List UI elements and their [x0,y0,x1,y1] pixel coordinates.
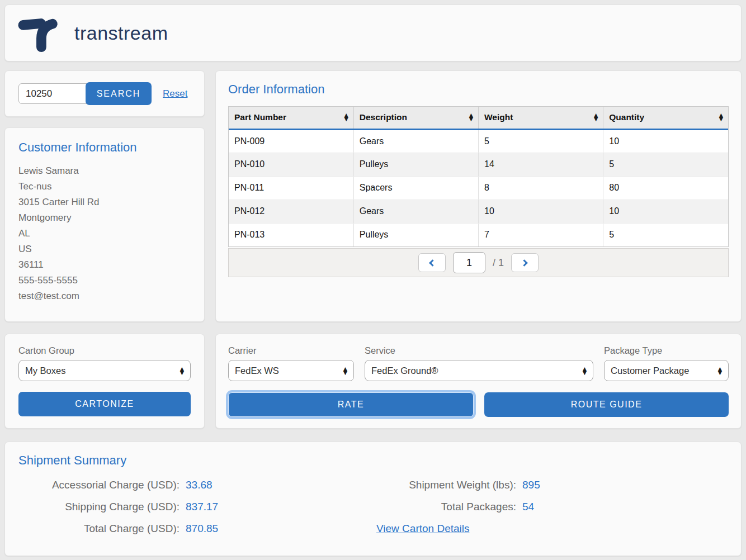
total-charge-label: Total Charge (USD): [18,523,180,535]
chevron-updown-icon [180,367,184,374]
cartonize-button[interactable]: CARTONIZE [18,392,191,416]
sort-icon[interactable] [344,113,348,121]
next-page-button[interactable] [511,253,539,272]
rating-panel: Carrier FedEx WS Service FedEx Ground® P… [215,334,742,429]
service-select[interactable]: FedEx Ground® [365,360,593,381]
shipment-weight-value: 895 [522,479,540,491]
customer-phone: 555-555-5555 [18,273,191,288]
shipping-charge-value: 837.17 [186,501,218,513]
carrier-label: Carrier [228,345,354,356]
chevron-right-icon [521,259,528,267]
total-packages-label: Total Packages: [376,501,516,513]
order-information-title: Order Information [228,82,729,97]
customer-company: Tec-nus [18,179,191,194]
sort-icon[interactable] [594,113,598,121]
transtream-logo-icon [17,12,59,54]
package-type-label: Package Type [604,345,729,356]
view-carton-details-link[interactable]: View Carton Details [376,523,470,535]
column-header-quantity[interactable]: Quantity [603,107,728,129]
column-header-description[interactable]: Description [353,107,478,129]
shipping-charge-label: Shipping Charge (USD): [18,501,180,513]
column-header-weight[interactable]: Weight [479,107,603,129]
order-items-table: Part Number Description Weight Quan [228,106,729,247]
rate-button[interactable]: RATE [228,392,474,417]
app-header: transtream [4,4,742,61]
shipment-summary-panel: Shipment Summary Accessorial Charge (USD… [4,442,742,556]
total-packages-value: 54 [522,501,534,513]
chevron-updown-icon [718,367,722,374]
total-charge-value: 870.85 [186,523,218,535]
customer-country: US [18,241,191,257]
shipment-weight-label: Shipment Weight (lbs): [376,479,516,491]
shipment-summary-title: Shipment Summary [18,453,728,468]
customer-information-title: Customer Information [18,140,191,155]
carton-group-panel: Carton Group My Boxes CARTONIZE [4,334,205,429]
chevron-updown-icon [583,367,587,374]
carrier-select[interactable]: FedEx WS [228,360,354,381]
table-row: PN-011 Spacers 8 80 [229,176,728,200]
carton-group-label: Carton Group [18,345,191,356]
reset-link[interactable]: Reset [163,88,187,99]
search-button[interactable]: SEARCH [86,82,152,105]
customer-street: 3015 Carter Hill Rd [18,194,191,210]
route-guide-button[interactable]: ROUTE GUIDE [484,392,729,417]
brand-name: transtream [74,22,168,44]
table-row: PN-010 Pulleys 14 5 [229,153,728,176]
chevron-updown-icon [343,367,347,374]
table-row: PN-012 Gears 10 10 [229,200,728,223]
carton-group-select[interactable]: My Boxes [18,360,191,381]
page-number-input[interactable] [453,252,485,273]
sort-icon[interactable] [469,113,473,121]
page-total-label: / 1 [493,257,504,269]
table-row: PN-013 Pulleys 7 5 [229,223,728,246]
accessorial-charge-label: Accessorial Charge (USD): [18,479,180,491]
customer-email: test@test.com [18,288,191,304]
accessorial-charge-value: 33.68 [186,479,213,491]
customer-zip: 36111 [18,257,191,273]
summary-weight-column: Shipment Weight (lbs): 895 Total Package… [376,479,728,544]
service-label: Service [365,345,593,356]
order-search-input[interactable] [18,83,90,104]
sort-icon[interactable] [719,113,723,121]
previous-page-button[interactable] [418,253,446,272]
chevron-left-icon [429,259,437,267]
customer-address-block: Lewis Samara Tec-nus 3015 Carter Hill Rd… [18,163,191,304]
table-row: PN-009 Gears 5 10 [229,129,728,153]
order-search-panel: SEARCH Reset [4,70,205,117]
customer-city: Montgomery [18,210,191,226]
customer-information-panel: Customer Information Lewis Samara Tec-nu… [4,127,205,322]
package-type-select[interactable]: Customer Package [604,360,729,381]
summary-charges-column: Accessorial Charge (USD): 33.68 Shipping… [18,479,376,544]
customer-state: AL [18,226,191,241]
column-header-part-number[interactable]: Part Number [229,107,353,129]
customer-name: Lewis Samara [18,163,191,179]
table-pagination: / 1 [228,248,729,277]
order-information-panel: Order Information Part Number Descriptio… [215,70,742,322]
